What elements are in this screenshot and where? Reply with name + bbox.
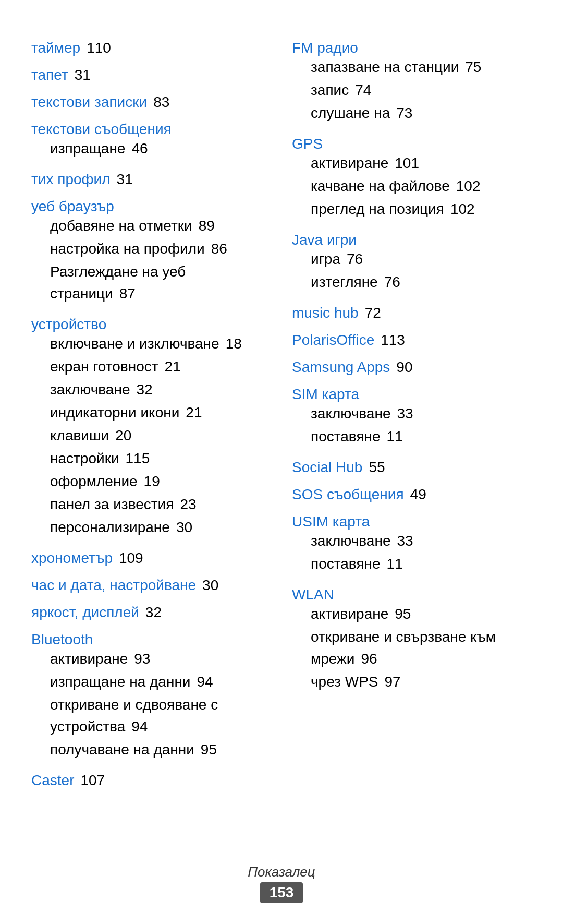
index-entry: Java игриигра76изтегляне76 bbox=[292, 232, 532, 294]
index-entry: Samsung Apps90 bbox=[292, 359, 532, 376]
index-sub-entry: Разглеждане на уеб страници87 bbox=[50, 261, 271, 305]
index-sub-list: активиране101качване на файлове102прегле… bbox=[292, 152, 532, 220]
index-number: 90 bbox=[396, 359, 412, 375]
sub-number: 21 bbox=[165, 358, 181, 375]
index-sub-entry: изтегляне76 bbox=[311, 271, 532, 293]
sub-number: 74 bbox=[355, 82, 371, 98]
index-sub-entry: активиране93 bbox=[50, 648, 271, 670]
index-sub-entry: изпращане46 bbox=[50, 138, 271, 160]
sub-number: 75 bbox=[465, 59, 481, 75]
footer: Показалец 153 bbox=[0, 864, 563, 903]
sub-number: 33 bbox=[397, 533, 413, 549]
index-term: Social Hub bbox=[292, 459, 362, 475]
sub-number: 73 bbox=[396, 105, 412, 121]
sub-number: 97 bbox=[385, 674, 401, 690]
index-sub-list: заключване33поставяне11 bbox=[292, 530, 532, 575]
index-entry: текстови записки83 bbox=[31, 94, 271, 111]
index-entry: хронометър109 bbox=[31, 550, 271, 567]
sub-number: 95 bbox=[395, 606, 411, 622]
index-sub-entry: заключване33 bbox=[311, 403, 532, 425]
index-term: WLAN bbox=[292, 586, 334, 603]
sub-number: 94 bbox=[197, 674, 213, 690]
index-sub-entry: включване и изключване18 bbox=[50, 333, 271, 355]
index-entry: GPSактивиране101качване на файлове102пре… bbox=[292, 136, 532, 221]
index-term: Bluetooth bbox=[31, 631, 93, 647]
index-entry: час и дата, настройване30 bbox=[31, 577, 271, 594]
sub-number: 46 bbox=[131, 140, 148, 157]
index-number: 55 bbox=[369, 459, 385, 475]
sub-number: 21 bbox=[186, 404, 202, 421]
index-entry: тапет31 bbox=[31, 67, 271, 83]
index-number: 107 bbox=[80, 772, 105, 788]
index-term: music hub bbox=[292, 305, 359, 321]
sub-number: 23 bbox=[180, 496, 196, 512]
index-sub-entry: чрез WPS97 bbox=[311, 671, 532, 693]
index-term: Java игри bbox=[292, 232, 357, 248]
sub-number: 19 bbox=[144, 473, 160, 489]
index-sub-list: изпращане46 bbox=[31, 138, 271, 160]
index-term: FM радио bbox=[292, 40, 358, 56]
index-sub-list: добавяне на отметки89настройка на профил… bbox=[31, 215, 271, 305]
index-sub-entry: игра76 bbox=[311, 248, 532, 270]
index-term: яркост, дисплей bbox=[31, 604, 139, 620]
index-term: USIM карта bbox=[292, 513, 370, 530]
index-term: тих профил bbox=[31, 171, 111, 187]
index-sub-list: включване и изключване18екран готовност2… bbox=[31, 333, 271, 538]
sub-number: 30 bbox=[176, 519, 192, 535]
index-entry: Bluetoothактивиране93изпращане на данни9… bbox=[31, 631, 271, 762]
index-sub-entry: индикаторни икони21 bbox=[50, 402, 271, 424]
index-number: 31 bbox=[75, 67, 91, 83]
index-term: текстови записки bbox=[31, 94, 147, 110]
index-entry: текстови съобщенияизпращане46 bbox=[31, 121, 271, 161]
index-entry: SIM картазаключване33поставяне11 bbox=[292, 386, 532, 449]
index-sub-entry: откриване и сдвояване с устройства94 bbox=[50, 694, 271, 738]
index-sub-entry: запис74 bbox=[311, 79, 532, 101]
index-sub-entry: откриване и свързване към мрежи96 bbox=[311, 626, 532, 670]
index-entry: WLANактивиране95откриване и свързване къ… bbox=[292, 586, 532, 694]
sub-number: 93 bbox=[134, 651, 150, 667]
index-entry: устройствовключване и изключване18екран … bbox=[31, 316, 271, 539]
index-entry: тих профил31 bbox=[31, 171, 271, 188]
index-sub-entry: добавяне на отметки89 bbox=[50, 215, 271, 237]
index-sub-entry: настройка на профили86 bbox=[50, 238, 271, 260]
index-term: Samsung Apps bbox=[292, 359, 390, 375]
index-sub-entry: поставяне11 bbox=[311, 553, 532, 575]
index-entry: FM радиозапазване на станции75запис74слу… bbox=[292, 40, 532, 125]
index-term: SOS съобщения bbox=[292, 486, 404, 502]
index-sub-entry: получаване на данни95 bbox=[50, 739, 271, 761]
index-number: 32 bbox=[145, 604, 162, 620]
index-number: 49 bbox=[410, 486, 426, 502]
footer-label: Показалец bbox=[0, 864, 563, 880]
index-entry: USIM картазаключване33поставяне11 bbox=[292, 513, 532, 576]
sub-number: 86 bbox=[211, 241, 227, 257]
sub-number: 11 bbox=[387, 556, 403, 572]
index-sub-entry: заключване33 bbox=[311, 530, 532, 552]
sub-number: 101 bbox=[395, 155, 419, 171]
index-sub-entry: качване на файлове102 bbox=[311, 175, 532, 197]
sub-number: 115 bbox=[126, 450, 150, 466]
index-sub-entry: слушане на73 bbox=[311, 102, 532, 124]
left-column: таймер110тапет31текстови записки83тексто… bbox=[31, 31, 271, 791]
index-number: 83 bbox=[153, 94, 169, 110]
sub-number: 76 bbox=[384, 274, 400, 290]
index-sub-entry: панел за известия23 bbox=[50, 494, 271, 515]
index-number: 110 bbox=[87, 40, 111, 56]
index-term: PolarisOffice bbox=[292, 332, 374, 348]
index-number: 109 bbox=[119, 550, 143, 566]
index-entry: Caster107 bbox=[31, 772, 271, 789]
index-term: хронометър bbox=[31, 550, 113, 566]
index-sub-entry: преглед на позиция102 bbox=[311, 198, 532, 220]
index-sub-entry: изпращане на данни94 bbox=[50, 671, 271, 693]
page-content: таймер110тапет31текстови записки83тексто… bbox=[0, 0, 563, 854]
index-entry: PolarisOffice113 bbox=[292, 332, 532, 349]
index-term: текстови съобщения bbox=[31, 121, 172, 137]
sub-number: 11 bbox=[387, 428, 403, 445]
index-entry: уеб браузърдобавяне на отметки89настройк… bbox=[31, 198, 271, 306]
sub-number: 20 bbox=[115, 427, 131, 443]
index-entry: SOS съобщения49 bbox=[292, 486, 532, 503]
index-sub-entry: заключване32 bbox=[50, 379, 271, 401]
index-sub-entry: персонализиране30 bbox=[50, 517, 271, 538]
index-number: 31 bbox=[117, 171, 133, 187]
index-sub-entry: активиране101 bbox=[311, 152, 532, 174]
sub-number: 18 bbox=[226, 335, 242, 352]
